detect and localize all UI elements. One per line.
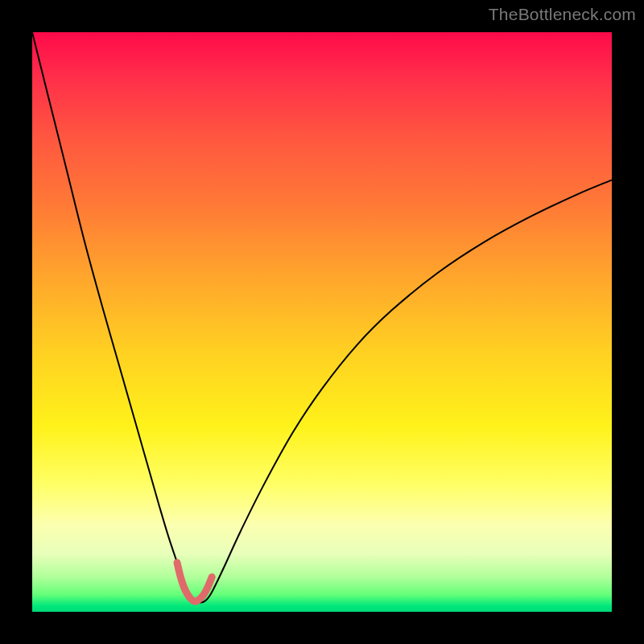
chart-frame: TheBottleneck.com xyxy=(0,0,644,644)
plot-area xyxy=(32,32,612,612)
valley-highlight xyxy=(177,563,212,601)
chart-svg xyxy=(32,32,612,612)
bottleneck-curve xyxy=(32,32,612,602)
watermark-text: TheBottleneck.com xyxy=(489,5,636,24)
